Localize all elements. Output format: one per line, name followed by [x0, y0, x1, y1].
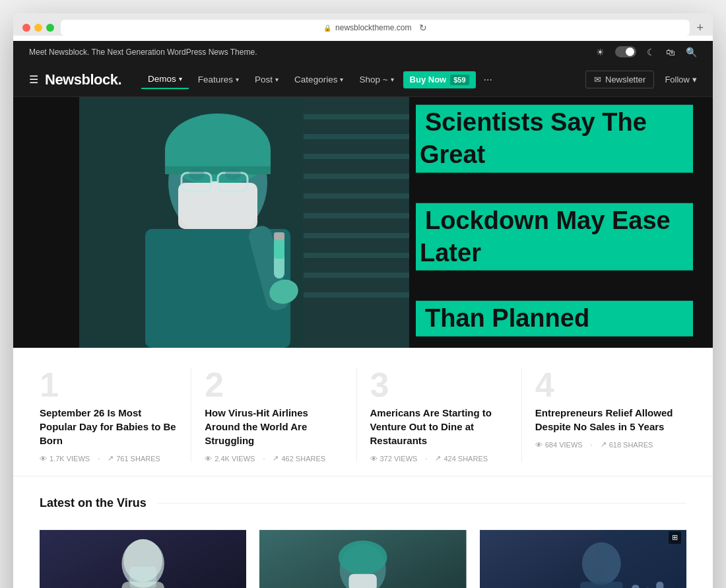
site-content: Meet Newsblock. The Next Generation Word…	[13, 41, 713, 588]
article-thumb-2	[259, 526, 466, 588]
hamburger-menu[interactable]: ☰	[29, 73, 38, 86]
hero-image	[79, 97, 409, 348]
trending-stats-4: 👁 684 VIEWS · ↗ 618 SHARES	[535, 440, 673, 449]
moon-icon[interactable]: ☾	[647, 47, 655, 57]
expand-icon: ⊞	[669, 531, 681, 544]
hero-title-line1: Scientists Say The Great	[416, 105, 693, 173]
nav-link-demos[interactable]: Demos ▾	[141, 70, 189, 89]
new-tab-button[interactable]: +	[696, 21, 704, 35]
traffic-lights	[22, 24, 54, 32]
browser-window: 🔒 newsblocktheme.com ↻ + Meet Newsblock.…	[13, 13, 713, 588]
site-logo[interactable]: Newsblock.	[45, 71, 121, 88]
svg-rect-26	[274, 239, 284, 259]
hero-content: CORONAVIRUS Scientists Say The Great Loc…	[416, 97, 693, 348]
hero-illustration	[79, 97, 409, 348]
close-button[interactable]	[22, 24, 30, 32]
buy-now-button[interactable]: Buy Now $59	[403, 71, 476, 88]
article-grid: CORONAVIRUS How Quarantine Has Changed t…	[40, 526, 686, 588]
trending-title-3: Americans Are Starting to Venture Out to…	[370, 406, 508, 447]
shares-stat: ↗ 424 SHARES	[435, 454, 488, 463]
svg-rect-15	[165, 166, 271, 174]
views-stat: 👁 2.4K VIEWS	[205, 455, 255, 463]
section-divider	[157, 503, 686, 504]
article-image-1	[40, 526, 246, 588]
nav-link-post[interactable]: Post ▾	[248, 71, 285, 88]
minimize-button[interactable]	[34, 24, 42, 32]
article-card-2[interactable]: CORONAVIRUS Scientists Identify Genes Th…	[259, 526, 466, 588]
shares-stat: ↗ 462 SHARES	[273, 454, 325, 463]
article-card-3[interactable]: ⊞ CORONAVIRUS New Research Shows Lockdow…	[480, 526, 686, 588]
chevron-down-icon: ▾	[179, 75, 182, 82]
trending-item-3[interactable]: 3 Americans Are Starting to Venture Out …	[357, 368, 522, 463]
section-header: Latest on the Virus	[40, 496, 686, 510]
nav-link-features[interactable]: Features ▾	[191, 71, 246, 88]
shares-stat: ↗ 761 SHARES	[108, 454, 160, 463]
trending-stats-1: 👁 1.7K VIEWS · ↗ 761 SHARES	[40, 454, 178, 463]
price-badge: $59	[450, 75, 469, 85]
svg-rect-27	[274, 232, 284, 240]
share-icon: ↗	[601, 440, 607, 449]
chevron-down-icon: ▾	[236, 76, 239, 83]
refresh-icon[interactable]: ↻	[419, 22, 427, 33]
more-options[interactable]: ···	[478, 74, 498, 86]
lock-icon: 🔒	[323, 24, 331, 32]
hero-title[interactable]: Scientists Say The Great Lockdown May Ea…	[416, 105, 693, 337]
bag-icon[interactable]: 🛍	[666, 47, 675, 57]
chevron-down-icon: ▾	[340, 76, 343, 83]
views-icon: 👁	[370, 455, 378, 463]
latest-section: Latest on the Virus	[13, 476, 713, 588]
views-icon: 👁	[40, 455, 47, 463]
trending-number-1: 1	[40, 368, 178, 402]
nav-link-shop[interactable]: Shop ~ ▾	[352, 71, 400, 88]
section-title: Latest on the Virus	[40, 496, 147, 510]
hero-title-line2: Lockdown May Ease Later	[416, 203, 693, 271]
sun-icon[interactable]: ☀	[596, 47, 605, 57]
article-image-2	[259, 526, 466, 588]
search-icon[interactable]: 🔍	[686, 47, 697, 57]
svg-point-37	[339, 540, 387, 575]
hero-title-line3: Than Planned	[416, 301, 693, 336]
nav-links: Demos ▾ Features ▾ Post ▾ Categories ▾ S…	[141, 70, 585, 89]
trending-title-2: How Virus-Hit Airlines Around the World …	[205, 406, 343, 447]
views-stat: 👁 372 VIEWS	[370, 455, 418, 463]
toggle-thumb	[626, 48, 634, 56]
follow-button[interactable]: Follow ▾	[665, 75, 697, 84]
trending-item-4[interactable]: 4 Entrepreneurs Relief Allowed Despite N…	[522, 368, 686, 463]
article-thumb-1	[40, 526, 246, 588]
trending-item-2[interactable]: 2 How Virus-Hit Airlines Around the Worl…	[191, 368, 356, 463]
share-icon: ↗	[435, 454, 441, 463]
share-icon: ↗	[273, 454, 279, 463]
svg-rect-48	[656, 582, 663, 588]
top-bar-right: ☀ ☾ 🛍 🔍	[596, 46, 697, 57]
nav-link-categories[interactable]: Categories ▾	[288, 71, 350, 88]
trending-number-2: 2	[205, 368, 343, 402]
svg-rect-44	[580, 582, 623, 588]
trending-title-1: September 26 Is Most Popular Day for Bab…	[40, 406, 178, 447]
chevron-down-icon: ▾	[391, 76, 394, 83]
top-bar: Meet Newsblock. The Next Generation Word…	[13, 41, 713, 63]
chevron-down-icon: ▾	[275, 76, 279, 83]
maximize-button[interactable]	[46, 24, 54, 32]
svg-point-20	[189, 168, 205, 180]
trending-number-3: 3	[370, 368, 508, 402]
dark-mode-toggle[interactable]	[615, 46, 636, 57]
newsletter-button[interactable]: ✉ Newsletter	[585, 71, 654, 88]
svg-point-43	[581, 542, 620, 585]
article-card-1[interactable]: CORONAVIRUS How Quarantine Has Changed t…	[40, 526, 246, 588]
address-bar[interactable]: 🔒 newsblocktheme.com ↻	[61, 20, 690, 36]
nav-right: ✉ Newsletter Follow ▾	[585, 71, 697, 88]
shares-stat: ↗ 618 SHARES	[601, 440, 653, 449]
trending-number-4: 4	[535, 368, 673, 402]
nav-logo: ☰ Newsblock.	[29, 71, 121, 88]
svg-point-21	[225, 168, 241, 180]
trending-item-1[interactable]: 1 September 26 Is Most Popular Day for B…	[40, 368, 191, 463]
hero-section: CORONAVIRUS Scientists Say The Great Loc…	[13, 97, 713, 348]
article-image-3	[480, 526, 686, 588]
trending-stats-3: 👁 372 VIEWS · ↗ 424 SHARES	[370, 454, 508, 463]
share-icon: ↗	[108, 454, 114, 463]
trending-stats-2: 👁 2.4K VIEWS · ↗ 462 SHARES	[205, 454, 343, 463]
views-icon: 👁	[205, 455, 212, 463]
browser-chrome: 🔒 newsblocktheme.com ↻ +	[13, 13, 713, 36]
svg-rect-38	[349, 574, 377, 588]
views-icon: 👁	[535, 441, 543, 449]
